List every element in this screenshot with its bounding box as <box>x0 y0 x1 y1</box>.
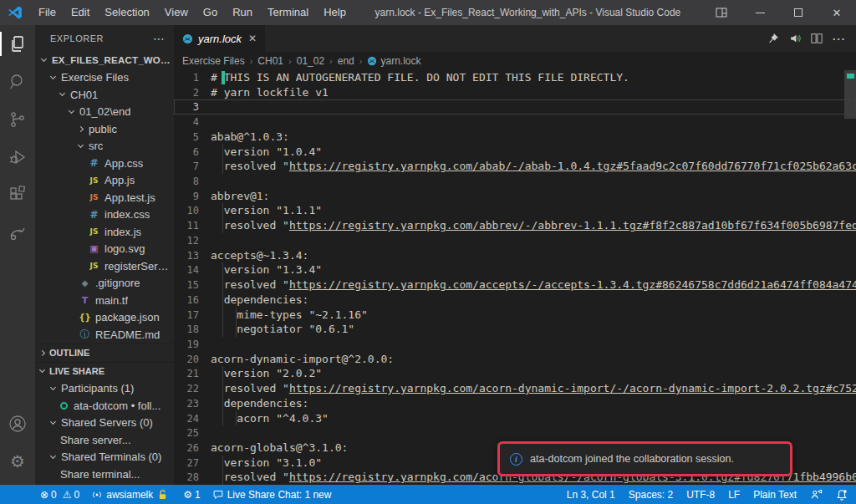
tree-item-shared-servers-0[interactable]: Shared Servers (0) <box>35 415 174 432</box>
code-line-7[interactable]: 7 resolved "https://registry.yarnpkg.com… <box>174 159 856 174</box>
menu-file[interactable]: File <box>31 0 64 25</box>
source-control-icon[interactable] <box>0 100 35 138</box>
code-line-11[interactable]: 11 resolved "https://registry.yarnpkg.co… <box>174 218 856 233</box>
tree-item-main-tf[interactable]: Tmain.tf <box>35 292 174 309</box>
url-link[interactable]: https://registry.yarnpkg.com/acorn-dynam… <box>289 382 856 395</box>
menu-go[interactable]: Go <box>196 0 225 25</box>
eol[interactable]: LF <box>728 489 740 501</box>
participants-indicator[interactable]: ⚙ 1 <box>183 489 200 501</box>
live-share-chat[interactable]: Live Share Chat: 1 new <box>212 489 332 501</box>
menu-terminal[interactable]: Terminal <box>260 0 316 25</box>
tree-item-app-js[interactable]: JSApp.js <box>35 172 174 190</box>
tree-item-src[interactable]: src <box>35 138 174 155</box>
live-share-session[interactable]: awsiamelk <box>91 489 171 501</box>
indentation[interactable]: Spaces: 2 <box>629 489 673 501</box>
encoding[interactable]: UTF-8 <box>686 489 715 501</box>
line-number: 20 <box>174 353 211 368</box>
code-line-10[interactable]: 10 version "1.1.1" <box>174 203 856 218</box>
explorer-more-actions-icon[interactable]: ⋯ <box>153 32 166 45</box>
tree-item-share-server[interactable]: Share server... <box>35 431 174 449</box>
code-line-19[interactable]: 19 <box>174 337 856 352</box>
tree-item-package-json[interactable]: {}package.json <box>35 309 174 327</box>
code-line-25[interactable]: 25 <box>174 425 856 440</box>
url-link[interactable]: https://registry.yarnpkg.com/accepts/-/a… <box>289 278 856 291</box>
more-actions-icon[interactable]: ⋯ <box>828 31 849 47</box>
notification-toast[interactable]: i ata-dotcom joined the collaboration se… <box>497 441 792 476</box>
tree-item-ch01[interactable]: CH01 <box>35 86 174 104</box>
code-line-24[interactable]: 24 acorn "^4.0.3" <box>174 411 856 426</box>
code-line-22[interactable]: 22 resolved "https://registry.yarnpkg.co… <box>174 381 856 396</box>
tab-close-icon[interactable]: ✕ <box>248 33 257 44</box>
speaker-icon[interactable] <box>784 33 806 44</box>
cursor-position[interactable]: Ln 3, Col 1 <box>567 489 615 501</box>
tree-item-readme-md[interactable]: ⓘREADME.md <box>35 326 174 344</box>
breadcrumb-item-exercise-files[interactable]: Exercise Files <box>182 55 245 67</box>
tree-item-participants-1[interactable]: Participants (1) <box>35 380 174 398</box>
extensions-icon[interactable] <box>0 176 35 213</box>
feedback-icon[interactable] <box>810 489 823 501</box>
tree-item-index-js[interactable]: JSindex.js <box>35 223 174 241</box>
maximize-button[interactable] <box>779 0 818 25</box>
code-line-3[interactable]: 3 <box>174 99 856 115</box>
code-line-2[interactable]: 2# yarn lockfile v1 <box>174 85 856 100</box>
tree-item-app-test-js[interactable]: JSApp.test.js <box>35 189 174 206</box>
code-line-17[interactable]: 17 mime-types "~2.1.16" <box>174 308 856 323</box>
url-link[interactable]: https://registry.yarnpkg.com/abab/-/abab… <box>289 160 856 172</box>
live-share-icon[interactable] <box>0 213 35 251</box>
notifications-bell-icon[interactable] <box>836 489 848 501</box>
tree-item-logo-svg[interactable]: ▣logo.svg <box>35 241 174 258</box>
breadcrumb-item-ch01[interactable]: CH01 <box>257 55 283 67</box>
code-line-13[interactable]: 13accepts@~1.3.4: <box>174 248 856 263</box>
tree-item-gitignore[interactable]: ◆.gitignore <box>35 275 174 293</box>
code-line-1[interactable]: 1# THIS IS AN AUTOGENERATED FILE. DO NOT… <box>174 70 856 85</box>
tree-item-shared-terminals-0[interactable]: Shared Terminals (0) <box>35 449 174 466</box>
run-debug-icon[interactable] <box>0 138 35 176</box>
code-line-8[interactable]: 8 <box>174 174 856 189</box>
code-editor[interactable]: 1# THIS IS AN AUTOGENERATED FILE. DO NOT… <box>174 70 856 485</box>
code-line-6[interactable]: 6 version "1.0.4" <box>174 145 856 160</box>
outline-section-header[interactable]: OUTLINE <box>35 344 174 362</box>
tree-item-registerservice[interactable]: JSregisterService... <box>35 257 174 275</box>
tree-item-index-css[interactable]: #index.css <box>35 206 174 224</box>
code-line-21[interactable]: 21 version "2.0.2" <box>174 366 856 381</box>
breadcrumb-item-end[interactable]: end <box>338 55 354 67</box>
menu-help[interactable]: Help <box>316 0 354 25</box>
code-line-12[interactable]: 12 <box>174 233 856 248</box>
url-link[interactable]: https://registry.yarnpkg.com/abbrev/-/ab… <box>289 219 856 232</box>
tree-item-app-css[interactable]: #App.css <box>35 155 174 172</box>
layout-icon[interactable] <box>702 0 741 25</box>
menu-edit[interactable]: Edit <box>64 0 97 25</box>
tab-yarn-lock[interactable]: yarn.lock ✕ <box>174 25 265 52</box>
code-line-14[interactable]: 14 version "1.3.4" <box>174 262 856 277</box>
problems-indicator[interactable]: ⊗ 0 ⚠ 0 <box>40 489 79 501</box>
tree-item-ex-files-react-workin[interactable]: EX_FILES_REACT_WORKIN... <box>35 52 174 69</box>
close-button[interactable]: ✕ <box>818 0 856 25</box>
breadcrumb-item-yarn-lock[interactable]: yarn.lock <box>380 55 420 67</box>
account-icon[interactable] <box>0 405 35 442</box>
minimize-button[interactable] <box>741 0 779 25</box>
breadcrumb-item-01-02[interactable]: 01_02 <box>297 55 324 67</box>
tree-item-exercise-files[interactable]: Exercise Files <box>35 69 174 87</box>
menu-view[interactable]: View <box>157 0 196 25</box>
tree-item-01-02-end[interactable]: 01_02\end <box>35 104 174 121</box>
menu-run[interactable]: Run <box>225 0 260 25</box>
code-line-4[interactable]: 4 <box>174 115 856 130</box>
tree-item-ata-dotcom-foll[interactable]: ata-dotcom • foll... <box>35 397 174 415</box>
tree-item-public[interactable]: public <box>35 120 174 138</box>
split-editor-icon[interactable] <box>806 33 828 44</box>
menu-selection[interactable]: Selection <box>97 0 156 25</box>
code-line-20[interactable]: 20acorn-dynamic-import@^2.0.0: <box>174 352 856 367</box>
explorer-icon[interactable] <box>0 25 35 63</box>
code-line-23[interactable]: 23 dependencies: <box>174 396 856 411</box>
search-icon[interactable] <box>0 63 35 100</box>
settings-gear-icon[interactable]: ⚙ <box>0 442 35 480</box>
pin-icon[interactable] <box>762 33 784 44</box>
language-mode[interactable]: Plain Text <box>753 489 797 501</box>
code-line-18[interactable]: 18 negotiator "0.6.1" <box>174 322 856 337</box>
code-line-15[interactable]: 15 resolved "https://registry.yarnpkg.co… <box>174 277 856 293</box>
code-line-16[interactable]: 16 dependencies: <box>174 293 856 308</box>
tree-item-share-terminal[interactable]: Share terminal... <box>35 466 174 483</box>
code-line-9[interactable]: 9abbrev@1: <box>174 189 856 204</box>
live-share-section-header[interactable]: LIVE SHARE <box>35 362 174 380</box>
code-line-5[interactable]: 5abab@^1.0.3: <box>174 130 856 145</box>
